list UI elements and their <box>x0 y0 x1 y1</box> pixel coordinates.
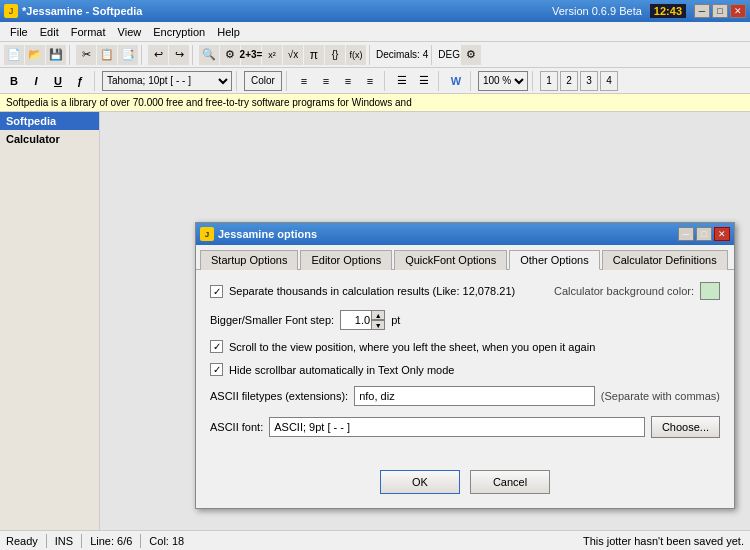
ok-button[interactable]: OK <box>380 470 460 494</box>
font-select[interactable]: Tahoma; 10pt [ - - ] <box>102 71 232 91</box>
superscript-icon[interactable]: x² <box>262 45 282 65</box>
settings2-icon[interactable]: ⚙ <box>461 45 481 65</box>
ascii-filetypes-label: ASCII filetypes (extensions): <box>210 390 348 402</box>
dialog-content: Separate thousands in calculation result… <box>196 270 734 460</box>
fmt-sep-3 <box>286 71 290 91</box>
status-col: Col: 18 <box>149 535 184 547</box>
calc-icon[interactable]: 2+3= <box>241 45 261 65</box>
bg-color-picker[interactable] <box>700 282 720 300</box>
formula-icon[interactable]: f(x) <box>346 45 366 65</box>
toolbar-sep-2 <box>141 45 145 65</box>
page1-button[interactable]: 1 <box>540 71 558 91</box>
menu-encryption[interactable]: Encryption <box>147 24 211 40</box>
cancel-button[interactable]: Cancel <box>470 470 550 494</box>
app-icon: J <box>4 4 18 18</box>
braces-icon[interactable]: {} <box>325 45 345 65</box>
menu-help[interactable]: Help <box>211 24 246 40</box>
search-icon[interactable]: 🔍 <box>199 45 219 65</box>
hide-scrollbar-label: Hide scrollbar automatically in Text Onl… <box>229 364 454 376</box>
color-button[interactable]: Color <box>244 71 282 91</box>
menu-format[interactable]: Format <box>65 24 112 40</box>
hide-scrollbar-row: Hide scrollbar automatically in Text Onl… <box>210 363 720 376</box>
italic-button[interactable]: I <box>26 71 46 91</box>
status-message: This jotter hasn't been saved yet. <box>583 535 744 547</box>
choose-font-button[interactable]: Choose... <box>651 416 720 438</box>
toolbar-sep-1 <box>69 45 73 65</box>
dialog-minimize-button[interactable]: ─ <box>678 227 694 241</box>
cut-icon[interactable]: ✂ <box>76 45 96 65</box>
dialog-maximize-button[interactable]: □ <box>696 227 712 241</box>
new-icon[interactable]: 📄 <box>4 45 24 65</box>
close-button[interactable]: ✕ <box>730 4 746 18</box>
ascii-filetypes-hint: (Separate with commas) <box>601 390 720 402</box>
open-icon[interactable]: 📂 <box>25 45 45 65</box>
fmt-sep-7 <box>532 71 536 91</box>
list2-icon[interactable]: ☰ <box>414 71 434 91</box>
tab-editor-options[interactable]: Editor Options <box>300 250 392 270</box>
toolbar-sep-5 <box>431 45 435 65</box>
page3-button[interactable]: 3 <box>580 71 598 91</box>
scroll-view-row: Scroll to the view position, where you l… <box>210 340 720 353</box>
status-sep-1 <box>46 534 47 548</box>
scroll-view-checkbox[interactable] <box>210 340 223 353</box>
status-bar: Ready INS Line: 6/6 Col: 18 This jotter … <box>0 530 750 550</box>
menu-edit[interactable]: Edit <box>34 24 65 40</box>
separate-thousands-row: Separate thousands in calculation result… <box>210 282 720 300</box>
sidebar-item-calculator[interactable]: Calculator <box>0 130 99 148</box>
fmt-sep-5 <box>438 71 442 91</box>
page2-button[interactable]: 2 <box>560 71 578 91</box>
separate-thousands-checkbox[interactable] <box>210 285 223 298</box>
word-wrap-icon[interactable]: W <box>446 71 466 91</box>
save-icon[interactable]: 💾 <box>46 45 66 65</box>
ascii-font-value: ASCII; 9pt [ - - ] <box>274 421 350 433</box>
bg-color-label: Calculator background color: <box>554 285 694 297</box>
status-line: Line: 6/6 <box>90 535 132 547</box>
fmt-sep-2 <box>236 71 240 91</box>
pi-icon[interactable]: π <box>304 45 324 65</box>
tab-startup-options[interactable]: Startup Options <box>200 250 298 270</box>
font-step-label: Bigger/Smaller Font step: <box>210 314 334 326</box>
format-toolbar: B I U ƒ Tahoma; 10pt [ - - ] Color ≡ ≡ ≡… <box>0 68 750 94</box>
toolbar-sep-4 <box>369 45 373 65</box>
zoom-select[interactable]: 100 % <box>478 71 528 91</box>
text-area[interactable]: J Jessamine options ─ □ ✕ Startup Option… <box>100 112 750 530</box>
dialog-close-button[interactable]: ✕ <box>714 227 730 241</box>
align-justify-icon[interactable]: ≡ <box>360 71 380 91</box>
paste-icon[interactable]: 📑 <box>118 45 138 65</box>
undo-icon[interactable]: ↩ <box>148 45 168 65</box>
underline-button[interactable]: U <box>48 71 68 91</box>
spin-up-button[interactable]: ▲ <box>371 310 385 320</box>
main-toolbar: 📄 📂 💾 ✂ 📋 📑 ↩ ↪ 🔍 ⚙ 2+3= x² √x π {} f(x)… <box>0 42 750 68</box>
tab-calculator-definitions[interactable]: Calculator Definitions <box>602 250 728 270</box>
copy-icon[interactable]: 📋 <box>97 45 117 65</box>
list-icon[interactable]: ☰ <box>392 71 412 91</box>
ascii-filetypes-input[interactable] <box>354 386 595 406</box>
dialog-buttons: OK Cancel <box>196 460 734 508</box>
script-button[interactable]: ƒ <box>70 71 90 91</box>
page4-button[interactable]: 4 <box>600 71 618 91</box>
maximize-button[interactable]: □ <box>712 4 728 18</box>
menu-view[interactable]: View <box>112 24 148 40</box>
redo-icon[interactable]: ↪ <box>169 45 189 65</box>
align-left-icon[interactable]: ≡ <box>294 71 314 91</box>
align-center-icon[interactable]: ≡ <box>316 71 336 91</box>
minimize-button[interactable]: ─ <box>694 4 710 18</box>
spin-arrows: ▲ ▼ <box>371 310 385 330</box>
bold-button[interactable]: B <box>4 71 24 91</box>
menu-file[interactable]: File <box>4 24 34 40</box>
spin-down-button[interactable]: ▼ <box>371 320 385 330</box>
status-sep-3 <box>140 534 141 548</box>
ascii-font-row: ASCII font: ASCII; 9pt [ - - ] Choose... <box>210 416 720 438</box>
window-controls: ─ □ ✕ <box>694 4 746 18</box>
main-window: J *Jessamine - Softpedia Version 0.6.9 B… <box>0 0 750 550</box>
tab-other-options[interactable]: Other Options <box>509 250 599 270</box>
options-dialog: J Jessamine options ─ □ ✕ Startup Option… <box>195 222 735 509</box>
sqrt-icon[interactable]: √x <box>283 45 303 65</box>
font-step-spinner[interactable]: ▲ ▼ <box>340 310 385 330</box>
align-right-icon[interactable]: ≡ <box>338 71 358 91</box>
tab-quickfont-options[interactable]: QuickFont Options <box>394 250 507 270</box>
info-text: Softpedia is a library of over 70.000 fr… <box>6 97 412 108</box>
title-bar: J *Jessamine - Softpedia Version 0.6.9 B… <box>0 0 750 22</box>
hide-scrollbar-checkbox[interactable] <box>210 363 223 376</box>
settings-icon[interactable]: ⚙ <box>220 45 240 65</box>
